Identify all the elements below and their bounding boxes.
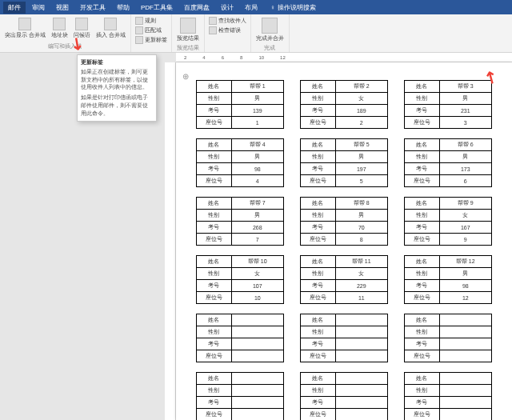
field-value: 189 [335, 105, 387, 117]
field-label: 座位号 [301, 292, 336, 304]
label-card[interactable]: 姓名性别考号座位号 [404, 314, 492, 362]
card-row: 姓名 [197, 373, 284, 385]
ribbon-group-rules: 规则匹配域更新标签 [131, 14, 172, 52]
label-card[interactable]: 姓名帮帮 10性别女考号107座位号10 [196, 255, 284, 304]
card-row: 性别男 [301, 210, 388, 222]
field-label: 座位号 [197, 292, 232, 304]
field-value [231, 338, 283, 350]
ribbon-small-button[interactable]: 规则 [134, 16, 169, 26]
card-row: 姓名 [301, 314, 388, 326]
ribbon-button[interactable]: 突出显示 合并域 [3, 16, 47, 41]
horizontal-ruler[interactable]: 24681012 [176, 53, 512, 62]
ruler-tick: 8 [240, 55, 242, 60]
card-row: 姓名帮帮 10 [197, 256, 284, 268]
menu-tab[interactable]: 审阅 [27, 2, 50, 14]
label-card[interactable]: 姓名帮帮 1性别男考号139座位号1 [196, 80, 284, 129]
menu-tab[interactable]: 百度网盘 [179, 2, 214, 14]
menu-tab[interactable]: 布局 [240, 2, 262, 14]
field-label: 考号 [301, 163, 336, 175]
label-row: 姓名帮帮 10性别女考号107座位号10姓名帮帮 11性别女考号229座位号11… [186, 255, 502, 304]
field-value [335, 385, 387, 397]
field-value: 帮帮 12 [439, 256, 491, 268]
card-row: 性别 [197, 385, 284, 397]
field-label: 座位号 [197, 234, 232, 246]
field-value: 173 [439, 163, 491, 175]
field-label: 考号 [405, 163, 440, 175]
label-card[interactable]: 姓名性别考号座位号 [300, 314, 388, 362]
card-row: 性别 [301, 385, 388, 397]
ribbon-small-button[interactable]: 检查错误 [207, 26, 248, 35]
label-card[interactable]: 姓名帮帮 2性别女考号189座位号2 [300, 80, 388, 129]
card-row: 性别 [405, 326, 492, 338]
menu-tab[interactable]: 邮件 [3, 2, 26, 14]
card-row: 性别 [405, 385, 492, 397]
field-value [335, 350, 387, 362]
ribbon-small-label: 检查错误 [218, 26, 241, 34]
group-label: 预览结果 [175, 44, 201, 52]
field-value: 268 [231, 222, 283, 234]
field-label: 性别 [405, 385, 440, 397]
card-row: 性别男 [301, 151, 388, 163]
label-card[interactable]: 姓名帮帮 4性别男考号98座位号4 [196, 138, 284, 187]
ribbon-small-button[interactable]: 更新标签 [134, 35, 169, 45]
field-label: 性别 [301, 93, 336, 105]
label-card[interactable]: 姓名帮帮 3性别男考号231座位号3 [404, 80, 492, 129]
card-row: 座位号 [197, 409, 284, 421]
group-label: 编写和插入域 [3, 42, 127, 50]
field-value [439, 338, 491, 350]
label-card[interactable]: 姓名性别考号座位号 [300, 372, 388, 420]
ruler-tick: 10 [258, 55, 264, 60]
field-value [335, 397, 387, 409]
label-card[interactable]: 姓名帮帮 8性别男考号70座位号8 [300, 197, 388, 246]
menu-tab[interactable]: PDF工具集 [136, 2, 178, 14]
field-value: 12 [439, 292, 491, 304]
field-label: 姓名 [301, 373, 336, 385]
ribbon-button[interactable]: 地址块 [50, 16, 70, 41]
card-row: 姓名帮帮 12 [405, 256, 492, 268]
menu-tab[interactable]: 设计 [216, 2, 238, 14]
label-card[interactable]: 姓名性别考号座位号 [196, 372, 284, 420]
field-value: 帮帮 2 [335, 81, 387, 93]
ribbon-small-button[interactable]: 匹配域 [134, 26, 169, 35]
label-card[interactable]: 姓名帮帮 7性别男考号268座位号7 [196, 197, 284, 246]
card-row: 姓名帮帮 7 [197, 198, 284, 210]
field-label: 姓名 [197, 373, 232, 385]
field-label: 姓名 [197, 198, 232, 210]
card-row: 座位号11 [301, 292, 388, 304]
label-card[interactable]: 姓名帮帮 11性别女考号229座位号11 [300, 255, 388, 304]
menu-tab[interactable]: 开发工具 [75, 2, 110, 14]
field-label: 性别 [405, 268, 440, 280]
ribbon-small-label: 查找收件人 [218, 17, 246, 25]
ribbon-button[interactable]: 完成并合并 [254, 16, 286, 44]
label-card[interactable]: 姓名帮帮 12性别男考号98座位号12 [404, 255, 492, 304]
document-page[interactable]: ⊕ 姓名帮帮 1性别男考号139座位号1姓名帮帮 2性别女考号189座位号2姓名… [176, 62, 512, 420]
menu-tab[interactable]: 视图 [51, 2, 74, 14]
card-row: 考号 [301, 397, 388, 409]
label-card[interactable]: 姓名帮帮 5性别男考号197座位号5 [300, 138, 388, 187]
card-row: 性别女 [405, 210, 492, 222]
vertical-ruler[interactable] [165, 62, 176, 420]
label-card[interactable]: 姓名帮帮 6性别男考号173座位号6 [404, 138, 492, 187]
field-label: 姓名 [301, 198, 336, 210]
ribbon-small-button[interactable]: 查找收件人 [207, 16, 248, 26]
field-label: 考号 [405, 338, 440, 350]
field-label: 考号 [197, 280, 232, 292]
card-row: 考号 [197, 397, 284, 409]
card-row: 考号 [405, 397, 492, 409]
ribbon-small-label: 匹配域 [145, 26, 162, 34]
field-label: 姓名 [197, 314, 232, 326]
label-card[interactable]: 姓名性别考号座位号 [196, 314, 284, 362]
card-row: 座位号5 [301, 175, 388, 187]
field-value: 3 [439, 117, 491, 129]
label-card[interactable]: 姓名帮帮 9性别女考号167座位号9 [404, 197, 492, 246]
field-value: 4 [231, 175, 283, 187]
field-label: 考号 [197, 163, 232, 175]
field-value [335, 314, 387, 326]
field-label: 座位号 [197, 409, 232, 421]
ribbon-button[interactable]: 插入 合并域 [94, 16, 127, 41]
card-row: 考号229 [301, 280, 388, 292]
menu-tab[interactable]: 帮助 [112, 2, 134, 14]
ribbon-button[interactable]: 预览结果 [175, 16, 201, 44]
label-card[interactable]: 姓名性别考号座位号 [404, 372, 492, 420]
search-box[interactable]: ♀ 操作说明搜索 [270, 3, 316, 12]
